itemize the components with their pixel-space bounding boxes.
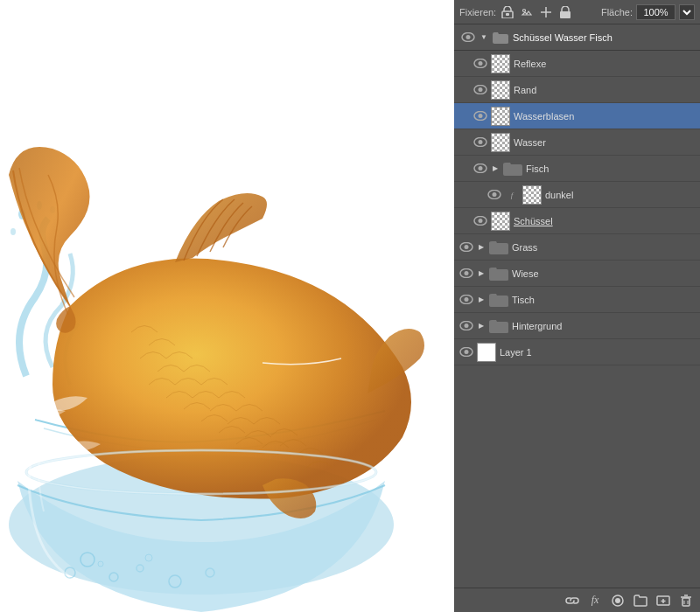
layer-folder-fisch — [503, 161, 522, 177]
layer-row-dunkel[interactable]: fdunkel — [454, 182, 700, 208]
panel-toolbar: Fixieren: Fläche: ▼ — [454, 0, 700, 24]
layer-visibility-wasser[interactable] — [473, 136, 487, 150]
new-group-icon[interactable] — [632, 592, 649, 609]
layer-visibility-hintergrund[interactable] — [459, 319, 473, 333]
layer-row-layer1[interactable]: Layer 1 — [454, 339, 700, 365]
layer-visibility-tisch[interactable] — [459, 293, 473, 307]
layer-thumb-wasserblasen — [491, 107, 510, 126]
svg-point-29 — [479, 114, 483, 118]
layer-name-fisch: Fisch — [526, 163, 695, 174]
layer-visibility-schüssel[interactable] — [473, 214, 487, 228]
add-layer-style-icon[interactable]: fx — [586, 592, 604, 609]
svg-point-23 — [466, 35, 471, 39]
group-folder-icon — [493, 31, 508, 44]
add-mask-icon[interactable] — [609, 592, 626, 609]
svg-point-45 — [465, 323, 469, 328]
svg-point-27 — [479, 87, 483, 92]
layer-folder-hintergrund — [489, 318, 508, 334]
layer-row-wiese[interactable]: ▶Wiese — [454, 261, 700, 287]
layer-folder-grass — [489, 240, 508, 255]
panel-bottom-toolbar: fx — [454, 588, 700, 612]
layer-triangle-tisch[interactable]: ▶ — [477, 296, 486, 304]
layer-triangle-wiese[interactable]: ▶ — [477, 269, 486, 278]
layer-name-wasserblasen: Wasserblasen — [514, 111, 695, 122]
layer-visibility-reflexe[interactable] — [473, 57, 487, 71]
layer-thumb-reflexe — [491, 54, 510, 73]
layer-name-layer1: Layer 1 — [500, 347, 695, 358]
layer-name-tisch: Tisch — [512, 295, 695, 305]
layer-row-fisch[interactable]: ▶Fisch — [454, 156, 700, 182]
svg-point-25 — [479, 61, 483, 66]
svg-point-49 — [615, 598, 620, 603]
layer-triangle-hintergrund[interactable]: ▶ — [477, 322, 486, 330]
fish-illustration — [0, 0, 454, 612]
layer-name-hintergrund: Hintergrund — [512, 321, 695, 331]
svg-rect-21 — [560, 11, 570, 18]
layer-thumb-schüssel — [491, 212, 510, 231]
layer-visibility-fisch[interactable] — [473, 162, 487, 176]
layer-row-reflexe[interactable]: Reflexe — [454, 51, 700, 77]
layer-visibility-wiese[interactable] — [459, 267, 473, 281]
flache-input[interactable] — [636, 4, 676, 20]
layer-group-header[interactable]: ▼ Schüssel Wasser Fisch — [454, 24, 700, 51]
layers-list[interactable]: ReflexeRandWasserblasenWasser▶Fischfdunk… — [454, 51, 700, 588]
layer-thumb-rand — [491, 80, 510, 100]
svg-point-33 — [479, 166, 483, 170]
layer-visibility-dunkel[interactable] — [487, 188, 501, 202]
layer-row-tisch[interactable]: ▶Tisch — [454, 287, 700, 313]
lock-all-icon[interactable] — [557, 4, 573, 20]
lock-position-icon[interactable] — [538, 4, 554, 20]
layer-triangle-grass[interactable]: ▶ — [477, 243, 486, 252]
layer-row-grass[interactable]: ▶Grass — [454, 234, 700, 261]
layer-row-wasserblasen[interactable]: Wasserblasen — [454, 103, 700, 129]
svg-point-18 — [523, 9, 526, 11]
delete-layer-icon[interactable] — [677, 592, 695, 609]
svg-point-41 — [465, 271, 469, 275]
canvas-area — [0, 0, 454, 612]
layer-row-hintergrund[interactable]: ▶Hintergrund — [454, 313, 700, 339]
layer-name-grass: Grass — [512, 242, 695, 253]
svg-point-39 — [465, 245, 469, 249]
layer-folder-tisch — [489, 292, 508, 308]
svg-point-5 — [10, 228, 16, 235]
layer-row-rand[interactable]: Rand — [454, 77, 700, 103]
layer-thumb-wasser — [491, 133, 510, 152]
svg-point-31 — [479, 140, 483, 144]
layer-visibility-wasserblasen[interactable] — [473, 109, 487, 123]
layers-panel: Fixieren: Fläche: ▼ — [454, 0, 700, 612]
layer-name-dunkel: dunkel — [545, 190, 695, 200]
layer-name-schüssel: Schüssel — [514, 216, 695, 226]
svg-rect-17 — [506, 13, 509, 16]
fixieren-label: Fixieren: — [459, 7, 496, 17]
group-visibility-eye[interactable] — [461, 31, 475, 45]
layer-thumb-layer1 — [477, 343, 496, 362]
flache-dropdown[interactable]: ▼ — [679, 4, 695, 20]
layer-visibility-rand[interactable] — [473, 83, 487, 97]
link-layers-icon[interactable] — [564, 592, 581, 609]
toolbar-right: Fläche: ▼ — [601, 4, 695, 20]
lock-transparent-icon[interactable] — [500, 4, 515, 20]
layer-thumb-dunkel — [522, 185, 542, 205]
flache-label: Fläche: — [601, 7, 633, 17]
svg-point-43 — [465, 297, 469, 302]
layer-name-rand: Rand — [514, 85, 695, 95]
group-header-name: Schüssel Wasser Fisch — [513, 32, 693, 43]
layer-folder-wiese — [489, 266, 508, 282]
toolbar-left: Fixieren: — [459, 4, 573, 20]
layer-row-schüssel[interactable]: Schüssel — [454, 208, 700, 234]
layer-triangle-fisch[interactable]: ▶ — [491, 164, 500, 173]
svg-point-37 — [479, 219, 483, 223]
layer-visibility-grass[interactable] — [459, 240, 473, 254]
layer-visibility-layer1[interactable] — [459, 345, 473, 359]
layer-name-reflexe: Reflexe — [514, 59, 695, 69]
layer-name-wasser: Wasser — [514, 137, 695, 148]
layer-row-wasser[interactable]: Wasser — [454, 129, 700, 156]
new-layer-icon[interactable] — [654, 592, 672, 609]
svg-point-35 — [493, 192, 497, 197]
svg-point-47 — [465, 350, 469, 354]
layer-effect-icon-dunkel: f — [505, 188, 519, 202]
layer-name-wiese: Wiese — [512, 268, 695, 279]
lock-image-icon[interactable] — [519, 4, 535, 20]
group-collapse-triangle[interactable]: ▼ — [480, 33, 488, 42]
svg-rect-53 — [682, 598, 690, 606]
